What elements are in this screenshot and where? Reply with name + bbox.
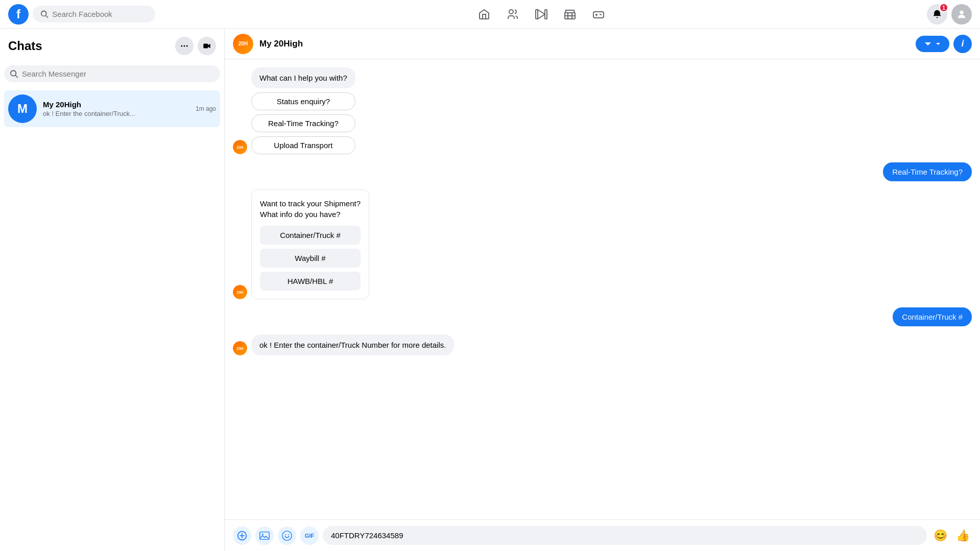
messenger-search-input[interactable]	[22, 69, 214, 78]
nav-marketplace-button[interactable]	[558, 2, 582, 27]
bot-message-response: 20H ok ! Enter the container/Truck Numbe…	[233, 334, 972, 355]
nav-friends-button[interactable]	[500, 2, 525, 27]
chat-info: My 20High ok ! Enter the container/Truck…	[43, 100, 189, 117]
sidebar-title-row: Chats	[4, 37, 220, 61]
svg-marker-1	[538, 10, 545, 19]
status-dropdown-button[interactable]	[916, 36, 949, 52]
more-options-button[interactable]	[175, 37, 194, 55]
info-button[interactable]: i	[953, 35, 972, 53]
main-layout: Chats	[0, 29, 980, 551]
top-nav: f	[0, 0, 980, 29]
facebook-logo: f	[8, 4, 29, 25]
chat-area: 20H My 20High i 20H	[225, 29, 980, 551]
info-icon: i	[961, 38, 964, 49]
quick-reply-tracking[interactable]: Real-Time Tracking?	[251, 114, 355, 132]
quick-reply-status[interactable]: Status enquiry?	[251, 92, 355, 110]
chat-avatar-my20high: M	[8, 94, 37, 123]
messenger-search-bar[interactable]	[4, 65, 220, 82]
messenger-search-icon	[10, 70, 18, 78]
user-message-container: Container/Truck #	[233, 307, 972, 326]
chat-name: My 20High	[43, 100, 189, 109]
bot-avatar-1: 20H	[233, 140, 247, 154]
chat-time: 1m ago	[196, 105, 216, 112]
gif-button[interactable]: GIF	[300, 526, 319, 545]
sidebar: Chats	[0, 29, 225, 551]
notification-button[interactable]: 1	[927, 4, 947, 25]
chat-header-avatar: 20H	[233, 34, 253, 54]
nav-home-button[interactable]	[472, 2, 496, 27]
sticker-button[interactable]	[278, 526, 296, 545]
bot-message-greeting: 20H What can I help you with? Status enq…	[233, 67, 972, 154]
svg-point-15	[288, 534, 289, 535]
chat-list: M My 20High ok ! Enter the container/Tru…	[4, 90, 220, 127]
nav-watch-button[interactable]	[529, 2, 554, 27]
my20high-logo: 20H	[233, 34, 253, 54]
tracking-options: Container/Truck # Waybill # HAWB/HBL #	[260, 226, 361, 291]
image-button[interactable]	[255, 526, 274, 545]
bot-response-text: ok ! Enter the container/Truck Number fo…	[259, 341, 446, 349]
greeting-text: What can I help you with?	[259, 74, 347, 82]
chat-input-area: GIF 😊 👍	[225, 519, 980, 551]
bot-message-tracking-card: 20H Want to track your Shipment? What in…	[233, 189, 972, 299]
chat-header: 20H My 20High i	[225, 29, 980, 59]
greeting-bubble-container: What can I help you with? Status enquiry…	[251, 67, 355, 154]
chat-item-my20high[interactable]: M My 20High ok ! Enter the container/Tru…	[4, 90, 220, 127]
add-button[interactable]	[233, 526, 251, 545]
bot-response-bubble: ok ! Enter the container/Truck Number fo…	[251, 334, 454, 355]
sidebar-actions	[175, 37, 216, 55]
svg-rect-2	[536, 10, 538, 19]
like-button[interactable]: 👍	[953, 526, 972, 545]
svg-point-14	[285, 534, 286, 535]
quick-replies: Status enquiry? Real-Time Tracking? Uplo…	[251, 92, 355, 154]
messages-area: 20H What can I help you with? Status enq…	[225, 59, 980, 519]
tracking-opt-hawb[interactable]: HAWB/HBL #	[260, 272, 361, 291]
user-message-tracking: Real-Time Tracking?	[233, 162, 972, 181]
quick-reply-upload[interactable]: Upload Transport	[251, 136, 355, 154]
chat-header-actions: i	[916, 35, 972, 53]
bot-avatar-3: 20H	[233, 341, 247, 355]
greeting-bubble: What can I help you with?	[251, 67, 355, 88]
tracking-opt-container[interactable]: Container/Truck #	[260, 226, 361, 245]
tracking-card: Want to track your Shipment? What info d…	[251, 189, 369, 299]
svg-point-8	[184, 45, 185, 47]
facebook-search-input[interactable]	[52, 10, 147, 18]
nav-center	[155, 2, 927, 27]
svg-point-7	[181, 45, 182, 47]
svg-point-12	[262, 533, 264, 535]
svg-point-9	[186, 45, 188, 47]
chat-preview: ok ! Enter the container/Truck...	[43, 110, 189, 117]
svg-point-13	[282, 531, 292, 540]
svg-point-6	[960, 10, 963, 14]
nav-gaming-button[interactable]	[586, 2, 611, 27]
tracking-card-text: Want to track your Shipment? What info d…	[260, 198, 361, 220]
notification-badge: 1	[939, 3, 948, 12]
emoji-button[interactable]: 😊	[931, 526, 949, 545]
search-icon	[41, 10, 48, 18]
chat-header-name: My 20High	[259, 39, 910, 49]
svg-rect-5	[593, 12, 604, 18]
tracking-opt-waybill[interactable]: Waybill #	[260, 249, 361, 268]
nav-right: 1	[927, 4, 972, 25]
user-avatar[interactable]	[951, 4, 972, 25]
svg-rect-3	[545, 10, 547, 19]
new-video-chat-button[interactable]	[198, 37, 216, 55]
user-bubble-tracking: Real-Time Tracking?	[883, 162, 972, 181]
message-input[interactable]	[323, 526, 927, 545]
user-bubble-container: Container/Truck #	[893, 307, 972, 326]
sidebar-title: Chats	[8, 39, 42, 53]
search-bar[interactable]	[33, 6, 155, 22]
svg-point-0	[509, 10, 513, 14]
bot-avatar-2: 20H	[233, 285, 247, 299]
